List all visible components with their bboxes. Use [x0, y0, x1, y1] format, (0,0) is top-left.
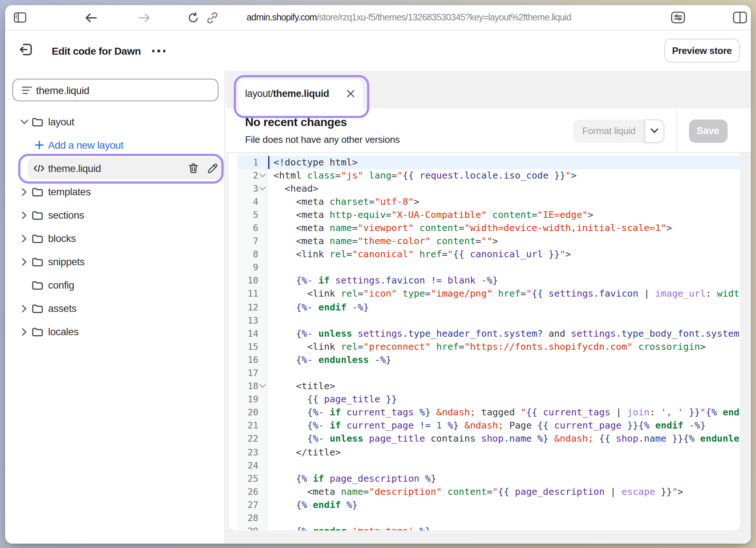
- code-text: {% render 'meta-tags' %}: [268, 525, 740, 530]
- back-icon[interactable]: [85, 5, 97, 30]
- code-line-7[interactable]: 7 <meta name="theme-color" content="">: [229, 235, 740, 248]
- split-view-icon[interactable]: [733, 5, 747, 30]
- line-number: 25: [237, 472, 268, 485]
- code-line-12[interactable]: 12 {%- endif -%}: [229, 301, 740, 314]
- code-text: </title>: [268, 446, 740, 459]
- rename-file-icon[interactable]: [205, 157, 220, 179]
- preview-store-button[interactable]: Preview store: [664, 39, 740, 62]
- code-line-6[interactable]: 6 <meta name="viewport" content="width=d…: [229, 222, 740, 235]
- sidebar-toggle-icon[interactable]: [14, 5, 27, 30]
- sidebar-item-assets[interactable]: assets: [5, 297, 224, 320]
- file-search[interactable]: [12, 79, 218, 101]
- code-line-8[interactable]: 8 <link rel="canonical" href="{{ canonic…: [229, 248, 740, 261]
- folder-icon: [32, 273, 43, 297]
- line-number: 7: [237, 235, 268, 248]
- reload-icon[interactable]: [188, 5, 199, 30]
- line-number: 29: [237, 525, 268, 530]
- code-line-21[interactable]: 21 {%- if current_page != 1 %} &ndash; P…: [229, 419, 740, 432]
- chevron-down-icon[interactable]: [20, 110, 29, 133]
- file-sidebar: layoutAdd a new layouttheme.liquidtempla…: [5, 71, 225, 543]
- folder-icon: [32, 227, 43, 250]
- delete-file-icon[interactable]: [186, 157, 201, 179]
- selected-file-pill[interactable]: theme.liquid: [27, 157, 224, 179]
- code-text: {%- unless settings.type_header_font.sys…: [268, 327, 740, 340]
- sidebar-item-templates[interactable]: templates: [5, 180, 224, 203]
- tab-close-icon[interactable]: [344, 84, 356, 103]
- code-line-23[interactable]: 23 </title>: [229, 446, 740, 459]
- code-line-3[interactable]: 3 <head>: [229, 182, 740, 195]
- browser-toolbar: admin.shopify.com/store/rzq1xu-f5/themes…: [5, 5, 751, 31]
- tab-theme-liquid[interactable]: layout/theme.liquid: [238, 79, 363, 109]
- code-line-15[interactable]: 15 <link rel="preconnect" href="https://…: [229, 340, 740, 353]
- code-line-16[interactable]: 16 {%- endunless -%}: [229, 353, 740, 367]
- chevron-right-icon[interactable]: [20, 250, 29, 273]
- sidebar-item-config[interactable]: config: [5, 273, 224, 297]
- code-line-19[interactable]: 19 {{ page_title }}: [229, 393, 740, 406]
- code-line-11[interactable]: 11 <link rel="icon" type="image/png" hre…: [229, 287, 740, 301]
- folder-label: blocks: [48, 227, 76, 250]
- format-liquid-label[interactable]: Format liquid: [573, 119, 645, 143]
- sidebar-item-locales[interactable]: locales: [5, 320, 224, 343]
- fold-marker-icon[interactable]: [260, 173, 266, 177]
- save-button[interactable]: Save: [689, 119, 727, 143]
- sidebar-action-add-a-new-layout[interactable]: Add a new layout: [5, 133, 224, 157]
- search-input[interactable]: [36, 84, 196, 96]
- code-line-17[interactable]: 17: [229, 367, 740, 380]
- exit-button[interactable]: [14, 39, 37, 59]
- content: layoutAdd a new layouttheme.liquidtempla…: [5, 71, 751, 543]
- page-settings-icon[interactable]: [671, 5, 685, 30]
- forward-icon[interactable]: [138, 5, 150, 30]
- chevron-right-icon[interactable]: [20, 203, 29, 227]
- more-actions-icon[interactable]: [152, 31, 165, 71]
- chevron-right-icon[interactable]: [20, 297, 29, 320]
- format-liquid-button[interactable]: Format liquid: [573, 119, 664, 143]
- page-title: Edit code for Dawn: [52, 31, 141, 71]
- filter-icon: [21, 86, 32, 94]
- line-number: 24: [237, 459, 268, 472]
- sidebar-item-snippets[interactable]: snippets: [5, 250, 224, 273]
- code-line-22[interactable]: 22 {%- unless page_title contains shop.n…: [229, 432, 740, 446]
- format-options-toggle[interactable]: [645, 119, 664, 143]
- sidebar-item-sections[interactable]: sections: [5, 203, 224, 227]
- code-text: [268, 314, 740, 327]
- folder-label: sections: [48, 203, 84, 227]
- folder-icon: [32, 320, 43, 343]
- code-line-14[interactable]: 14 {%- unless settings.type_header_font.…: [229, 327, 740, 340]
- code-text: <head>: [268, 182, 740, 195]
- fold-marker-icon[interactable]: [260, 186, 266, 191]
- code-line-4[interactable]: 4 <meta charset="utf-8">: [229, 195, 740, 208]
- fold-marker-icon[interactable]: [260, 384, 266, 388]
- code-line-29[interactable]: 29 {% render 'meta-tags' %}: [229, 525, 740, 530]
- code-line-2[interactable]: 2<html class="js" lang="{{ request.local…: [229, 169, 740, 182]
- code-line-26[interactable]: 26 <meta name="description" content="{{ …: [229, 485, 740, 498]
- code-line-24[interactable]: 24: [229, 459, 740, 472]
- folder-label: snippets: [48, 250, 84, 273]
- code-line-5[interactable]: 5 <meta http-equiv="X-UA-Compatible" con…: [229, 208, 740, 222]
- code-line-13[interactable]: 13: [229, 314, 740, 327]
- sidebar-item-blocks[interactable]: blocks: [5, 227, 224, 250]
- folder-icon: [32, 297, 43, 320]
- chevron-right-icon[interactable]: [20, 180, 29, 203]
- sidebar-item-theme-liquid[interactable]: theme.liquid: [5, 157, 224, 180]
- add-layout-label: Add a new layout: [48, 133, 123, 157]
- code-line-18[interactable]: 18 <title>: [229, 380, 740, 393]
- desktop: admin.shopify.com/store/rzq1xu-f5/themes…: [0, 0, 756, 548]
- code-line-27[interactable]: 27 {% endif %}: [229, 498, 740, 512]
- code-editor[interactable]: 1<!doctype html>2<html class="js" lang="…: [229, 153, 740, 530]
- code-line-25[interactable]: 25 {% if page_description %}: [229, 472, 740, 485]
- code-line-28[interactable]: 28: [229, 512, 740, 525]
- sidebar-item-layout[interactable]: layout: [5, 110, 224, 133]
- chevron-down-icon: [650, 129, 658, 134]
- code-line-10[interactable]: 10 {%- if settings.favicon != blank -%}: [229, 274, 740, 287]
- app-header: Edit code for Dawn Preview store: [5, 31, 751, 71]
- code-line-20[interactable]: 20 {%- if current_tags %} &ndash; tagged…: [229, 406, 740, 419]
- code-line-9[interactable]: 9: [229, 261, 740, 274]
- code-line-1[interactable]: 1<!doctype html>: [229, 156, 740, 169]
- line-number: 23: [237, 446, 268, 459]
- folder-label: layout: [48, 110, 74, 133]
- chevron-right-icon[interactable]: [20, 227, 29, 250]
- address-bar[interactable]: admin.shopify.com/store/rzq1xu-f5/themes…: [206, 5, 571, 30]
- code-text: <html class="js" lang="{{ request.locale…: [268, 169, 740, 182]
- line-number: 1: [237, 156, 268, 169]
- chevron-right-icon[interactable]: [20, 320, 29, 343]
